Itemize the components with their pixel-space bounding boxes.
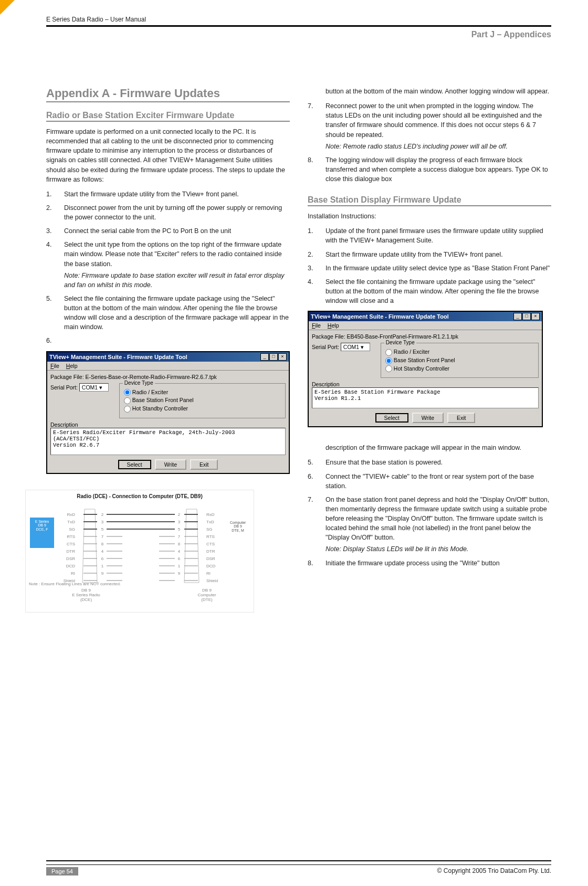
- serial-port-select[interactable]: COM1 ▾: [79, 383, 109, 392]
- menu-bar: File Help: [309, 321, 542, 330]
- connection-diagram: Radio (DCE) - Connection to Computer (DT…: [25, 490, 254, 613]
- pkg-label: Package File:: [312, 333, 345, 340]
- radio-basefront-option[interactable]: [124, 397, 131, 404]
- svg-text:9: 9: [178, 571, 181, 576]
- appendix-title: Appendix A - Firmware Updates: [46, 87, 290, 102]
- cont-step6: button at the bottom of the main window.…: [326, 87, 551, 96]
- exit-button[interactable]: Exit: [190, 459, 218, 470]
- close-icon[interactable]: ×: [278, 353, 287, 361]
- step-text: Initiate the firmware update process usi…: [326, 558, 551, 568]
- steps-left: 1.Start the firmware update utility from…: [46, 189, 290, 346]
- devtype-legend: Device Type: [123, 380, 155, 386]
- select-button[interactable]: Select: [375, 413, 408, 423]
- write-button[interactable]: Write: [155, 459, 186, 470]
- step-text: Select the file containing the firmware …: [326, 277, 551, 305]
- devtype-legend: Device Type: [384, 340, 416, 345]
- menu-file[interactable]: File: [312, 322, 321, 329]
- step-text: Reconnect power to the unit when prompte…: [326, 102, 542, 138]
- svg-text:DCD: DCD: [206, 564, 216, 568]
- step-text: Connect the serial cable from the PC to …: [64, 226, 290, 236]
- install-intro: Installation Instructions:: [308, 212, 551, 221]
- svg-text:RxD: RxD: [206, 512, 215, 517]
- svg-text:5: 5: [178, 527, 181, 532]
- serial-label: Serial Port:: [312, 344, 339, 350]
- svg-text:6: 6: [178, 556, 181, 561]
- radio-basefront-option[interactable]: [385, 357, 392, 364]
- step-num: 7.: [308, 495, 326, 554]
- serial-port-select[interactable]: COM1 ▾: [341, 343, 370, 351]
- close-icon[interactable]: ×: [531, 313, 540, 320]
- step-text: The logging window will display the prog…: [326, 155, 551, 184]
- svg-text:SG: SG: [206, 527, 213, 532]
- page-number: Page 54: [46, 867, 78, 876]
- firmware-tool-screenshot-1: TView+ Management Suite - Firmware Updat…: [46, 351, 290, 474]
- svg-text:DSR: DSR: [66, 556, 75, 561]
- menu-help[interactable]: Help: [66, 363, 78, 369]
- minimize-icon[interactable]: _: [260, 353, 269, 361]
- svg-text:9: 9: [101, 571, 104, 576]
- step-num: 1.: [46, 189, 64, 199]
- svg-text:1: 1: [178, 564, 181, 568]
- radio-exciter-option[interactable]: [385, 349, 392, 356]
- diagram-title: Radio (DCE) - Connection to Computer (DT…: [29, 493, 250, 499]
- doc-header: E Series Data Radio – User Manual: [46, 16, 551, 27]
- svg-text:7: 7: [101, 534, 104, 539]
- step-note: Note: Firmware update to base station ex…: [64, 271, 290, 290]
- step-note: Note: Remote radio status LED's includin…: [326, 142, 551, 151]
- svg-text:DCD: DCD: [66, 564, 76, 568]
- svg-text:RTS: RTS: [67, 534, 75, 539]
- svg-text:RTS: RTS: [206, 534, 215, 539]
- step-text: Update of the front panel firmware uses …: [326, 226, 551, 245]
- desc-textarea: E-Series Radio/Exciter Firmware Package,…: [50, 428, 286, 455]
- svg-text:3: 3: [101, 520, 104, 524]
- step-num: 3.: [46, 226, 64, 236]
- window-titlebar: TView+ Management Suite - Firmware Updat…: [309, 312, 542, 321]
- step-text: Start the firmware update utility from t…: [326, 250, 551, 259]
- svg-text:7: 7: [178, 534, 181, 539]
- step-num: 4.: [46, 240, 64, 290]
- svg-text:DSR: DSR: [206, 556, 215, 561]
- page-footer: Page 54 © Copyright 2005 Trio DataCom Pt…: [46, 860, 551, 876]
- after-fw-text: description of the firmware package will…: [326, 443, 551, 452]
- svg-marker-0: [82, 509, 97, 583]
- svg-text:3: 3: [178, 520, 181, 524]
- radio-hotstandby-option[interactable]: [124, 406, 131, 413]
- step-text: Select the file containing the firmware …: [64, 294, 290, 332]
- desc-label: Description: [312, 381, 539, 387]
- svg-text:5: 5: [101, 527, 104, 532]
- menu-help[interactable]: Help: [328, 322, 339, 329]
- svg-text:6: 6: [101, 556, 104, 561]
- svg-text:Shield: Shield: [206, 578, 218, 583]
- section-title-right: Base Station Display Firmware Update: [308, 195, 551, 206]
- pkg-label: Package File:: [50, 374, 84, 380]
- step-text: [64, 336, 290, 345]
- svg-text:DTR: DTR: [67, 549, 76, 554]
- diagram-db9-left: DB 9 E Series Radio (DCE): [68, 588, 104, 603]
- step-num: 8.: [308, 558, 326, 568]
- minimize-icon[interactable]: _: [513, 313, 522, 320]
- steps-right-b: 1.Update of the front panel firmware use…: [308, 226, 551, 305]
- desc-textarea: E-Series Base Station Firmware Package V…: [312, 387, 539, 408]
- window-titlebar: TView+ Management Suite - Firmware Updat…: [47, 352, 289, 362]
- write-button[interactable]: Write: [412, 413, 444, 423]
- step-text: Start the firmware update utility from t…: [64, 189, 290, 199]
- diagram-note: Note : Ensure Floating Lines are NOT con…: [29, 582, 121, 586]
- step-num: 5.: [46, 294, 64, 332]
- exit-button[interactable]: Exit: [447, 413, 476, 423]
- select-button[interactable]: Select: [118, 460, 151, 469]
- svg-text:CTS: CTS: [67, 542, 75, 546]
- right-column: button at the bottom of the main window.…: [308, 87, 551, 856]
- radio-hotstandby-option[interactable]: [385, 365, 392, 372]
- svg-text:TxD: TxD: [67, 520, 75, 524]
- maximize-icon[interactable]: □: [522, 313, 531, 320]
- svg-text:SG: SG: [69, 527, 75, 532]
- radio-exciter-option[interactable]: [124, 389, 131, 396]
- step-text: In the firmware update utility select de…: [326, 263, 551, 273]
- svg-text:8: 8: [101, 542, 104, 546]
- menu-file[interactable]: File: [50, 363, 59, 369]
- menu-bar: File Help: [47, 362, 289, 371]
- svg-text:2: 2: [101, 512, 104, 517]
- svg-text:TxD: TxD: [206, 520, 214, 524]
- section-title-left: Radio or Base Station Exciter Firmware U…: [46, 111, 290, 122]
- maximize-icon[interactable]: □: [269, 353, 278, 361]
